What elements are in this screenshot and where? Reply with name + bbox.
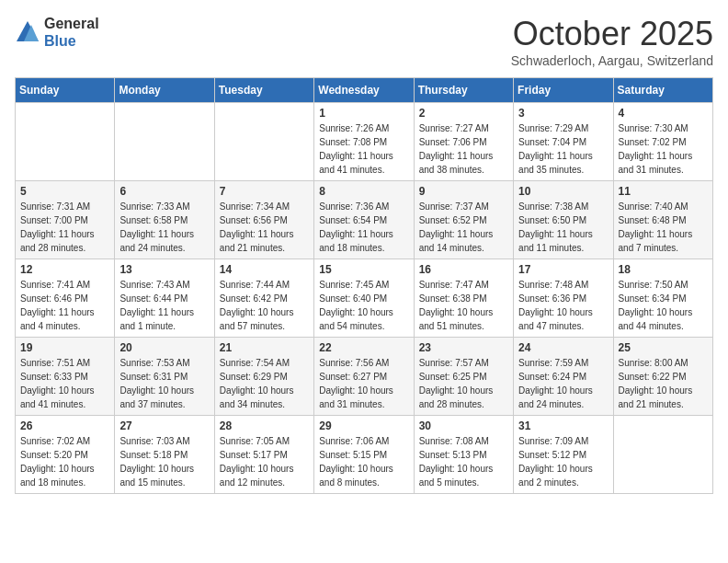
daylight-text: Daylight: 11 hours and 21 minutes. — [220, 229, 294, 253]
day-info: Sunrise: 7:09 AM Sunset: 5:12 PM Dayligh… — [518, 434, 608, 489]
calendar-cell: 11 Sunrise: 7:40 AM Sunset: 6:48 PM Dayl… — [613, 181, 712, 259]
day-info: Sunrise: 7:29 AM Sunset: 7:04 PM Dayligh… — [518, 121, 608, 177]
sunrise-text: Sunrise: 8:00 AM — [619, 358, 688, 368]
calendar-cell: 18 Sunrise: 7:50 AM Sunset: 6:34 PM Dayl… — [613, 259, 712, 338]
day-number: 9 — [419, 185, 508, 198]
calendar-cell: 30 Sunrise: 7:08 AM Sunset: 5:13 PM Dayl… — [414, 416, 513, 494]
sunset-text: Sunset: 6:58 PM — [119, 215, 188, 225]
sunrise-text: Sunrise: 7:26 AM — [319, 123, 389, 133]
month-title: October 2025 — [511, 15, 713, 53]
calendar-cell — [115, 103, 214, 181]
calendar-cell: 14 Sunrise: 7:44 AM Sunset: 6:42 PM Dayl… — [214, 259, 313, 338]
day-number: 24 — [518, 341, 608, 354]
day-number: 1 — [319, 107, 408, 120]
calendar-cell: 19 Sunrise: 7:51 AM Sunset: 6:33 PM Dayl… — [16, 338, 115, 416]
calendar-cell — [16, 103, 115, 181]
day-number: 20 — [119, 341, 209, 354]
sunset-text: Sunset: 6:44 PM — [119, 293, 188, 304]
day-info: Sunrise: 7:36 AM Sunset: 6:54 PM Dayligh… — [319, 200, 408, 255]
calendar-week-row: 26 Sunrise: 7:02 AM Sunset: 5:20 PM Dayl… — [16, 416, 713, 494]
day-number: 4 — [619, 107, 708, 120]
sunset-text: Sunset: 6:22 PM — [619, 372, 687, 382]
logo: General Blue — [15, 15, 99, 50]
calendar-cell: 20 Sunrise: 7:53 AM Sunset: 6:31 PM Dayl… — [115, 338, 214, 416]
sunrise-text: Sunrise: 7:34 AM — [220, 201, 290, 212]
calendar-table: SundayMondayTuesdayWednesdayThursdayFrid… — [15, 77, 713, 494]
day-info: Sunrise: 7:45 AM Sunset: 6:40 PM Dayligh… — [319, 278, 408, 333]
logo-general-text: General — [44, 15, 99, 32]
day-number: 3 — [518, 107, 608, 120]
day-number: 29 — [319, 419, 408, 432]
sunrise-text: Sunrise: 7:31 AM — [20, 201, 90, 212]
day-info: Sunrise: 7:41 AM Sunset: 6:46 PM Dayligh… — [20, 278, 109, 333]
calendar-cell: 17 Sunrise: 7:48 AM Sunset: 6:36 PM Dayl… — [514, 259, 613, 338]
sunset-text: Sunset: 6:29 PM — [220, 372, 288, 382]
day-info: Sunrise: 7:27 AM Sunset: 7:06 PM Dayligh… — [419, 121, 508, 177]
sunset-text: Sunset: 6:27 PM — [319, 372, 387, 382]
sunrise-text: Sunrise: 7:57 AM — [419, 358, 489, 368]
day-number: 23 — [419, 341, 508, 354]
daylight-text: Daylight: 10 hours and 37 minutes. — [119, 385, 194, 409]
day-info: Sunrise: 7:06 AM Sunset: 5:15 PM Dayligh… — [319, 434, 408, 489]
daylight-text: Daylight: 11 hours and 35 minutes. — [518, 151, 593, 175]
calendar-cell: 15 Sunrise: 7:45 AM Sunset: 6:40 PM Dayl… — [314, 259, 414, 338]
sunset-text: Sunset: 7:04 PM — [518, 137, 586, 147]
sunrise-text: Sunrise: 7:33 AM — [119, 201, 189, 212]
day-info: Sunrise: 7:34 AM Sunset: 6:56 PM Dayligh… — [220, 200, 309, 255]
daylight-text: Daylight: 10 hours and 15 minutes. — [119, 464, 194, 488]
page-header: General Blue October 2025 Schwaderloch, … — [15, 15, 713, 68]
calendar-cell: 29 Sunrise: 7:06 AM Sunset: 5:15 PM Dayl… — [314, 416, 414, 494]
day-info: Sunrise: 7:54 AM Sunset: 6:29 PM Dayligh… — [220, 356, 309, 411]
daylight-text: Daylight: 10 hours and 21 minutes. — [619, 385, 693, 409]
sunrise-text: Sunrise: 7:38 AM — [518, 201, 588, 212]
sunset-text: Sunset: 6:31 PM — [119, 372, 188, 382]
calendar-cell: 24 Sunrise: 7:59 AM Sunset: 6:24 PM Dayl… — [514, 338, 613, 416]
sunrise-text: Sunrise: 7:59 AM — [518, 358, 588, 368]
sunrise-text: Sunrise: 7:51 AM — [20, 358, 90, 368]
calendar-cell: 12 Sunrise: 7:41 AM Sunset: 6:46 PM Dayl… — [16, 259, 115, 338]
calendar-cell: 28 Sunrise: 7:05 AM Sunset: 5:17 PM Dayl… — [214, 416, 313, 494]
sunset-text: Sunset: 6:36 PM — [518, 293, 586, 304]
day-info: Sunrise: 7:44 AM Sunset: 6:42 PM Dayligh… — [220, 278, 309, 333]
day-number: 16 — [419, 263, 508, 276]
sunset-text: Sunset: 6:24 PM — [518, 372, 586, 382]
daylight-text: Daylight: 10 hours and 57 minutes. — [220, 307, 294, 331]
sunrise-text: Sunrise: 7:53 AM — [119, 358, 189, 368]
daylight-text: Daylight: 10 hours and 8 minutes. — [319, 464, 393, 488]
logo-icon — [15, 19, 40, 45]
day-number: 28 — [220, 419, 309, 432]
day-info: Sunrise: 7:33 AM Sunset: 6:58 PM Dayligh… — [119, 200, 209, 255]
sunrise-text: Sunrise: 7:29 AM — [518, 123, 588, 133]
daylight-text: Daylight: 10 hours and 44 minutes. — [619, 307, 693, 331]
sunset-text: Sunset: 6:50 PM — [518, 215, 586, 225]
col-header-sunday: Sunday — [16, 78, 115, 103]
sunset-text: Sunset: 6:34 PM — [619, 293, 687, 304]
sunrise-text: Sunrise: 7:56 AM — [319, 358, 389, 368]
day-number: 26 — [20, 419, 109, 432]
sunset-text: Sunset: 5:18 PM — [119, 450, 188, 460]
daylight-text: Daylight: 11 hours and 28 minutes. — [20, 229, 95, 253]
calendar-cell: 13 Sunrise: 7:43 AM Sunset: 6:44 PM Dayl… — [115, 259, 214, 338]
col-header-tuesday: Tuesday — [214, 78, 313, 103]
sunrise-text: Sunrise: 7:50 AM — [619, 280, 688, 290]
col-header-friday: Friday — [514, 78, 613, 103]
sunrise-text: Sunrise: 7:30 AM — [619, 123, 688, 133]
calendar-week-row: 1 Sunrise: 7:26 AM Sunset: 7:08 PM Dayli… — [16, 103, 713, 181]
day-number: 11 — [619, 185, 708, 198]
col-header-thursday: Thursday — [414, 78, 513, 103]
sunrise-text: Sunrise: 7:43 AM — [119, 280, 189, 290]
day-info: Sunrise: 7:43 AM Sunset: 6:44 PM Dayligh… — [119, 278, 209, 333]
sunrise-text: Sunrise: 7:08 AM — [419, 436, 489, 446]
sunset-text: Sunset: 6:52 PM — [419, 215, 487, 225]
sunrise-text: Sunrise: 7:09 AM — [518, 436, 588, 446]
calendar-cell: 4 Sunrise: 7:30 AM Sunset: 7:02 PM Dayli… — [613, 103, 712, 181]
day-info: Sunrise: 7:30 AM Sunset: 7:02 PM Dayligh… — [619, 121, 708, 177]
calendar-cell: 3 Sunrise: 7:29 AM Sunset: 7:04 PM Dayli… — [514, 103, 613, 181]
day-info: Sunrise: 7:02 AM Sunset: 5:20 PM Dayligh… — [20, 434, 109, 489]
calendar-cell — [613, 416, 712, 494]
day-info: Sunrise: 7:59 AM Sunset: 6:24 PM Dayligh… — [518, 356, 608, 411]
logo-blue-text: Blue — [44, 32, 99, 50]
day-info: Sunrise: 7:05 AM Sunset: 5:17 PM Dayligh… — [220, 434, 309, 489]
day-number: 18 — [619, 263, 708, 276]
day-number: 22 — [319, 341, 408, 354]
